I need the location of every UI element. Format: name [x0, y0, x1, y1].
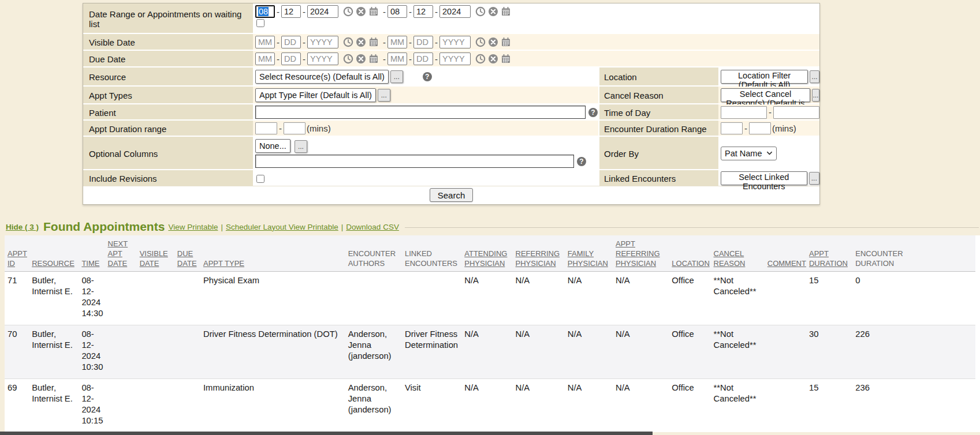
column-header-appt-referring-physician[interactable]: APPT REFERRING PHYSICIAN	[616, 235, 672, 272]
appt-duration-range-label: Appt Duration range	[83, 121, 253, 136]
clock-icon[interactable]	[475, 37, 486, 47]
column-header-referring-physician[interactable]: REFERRING PHYSICIAN	[516, 235, 568, 272]
visible-date-end-month-input[interactable]	[387, 36, 407, 48]
patient-help-icon[interactable]	[588, 108, 598, 117]
location-filter-button[interactable]: Location Filter (Default is All)	[721, 70, 808, 84]
column-header-appt-type[interactable]: APPT TYPE	[203, 235, 348, 272]
date-separator: -	[435, 38, 438, 47]
scheduler-layout-view-printable-link[interactable]: Scheduler Layout View Printable	[226, 223, 338, 231]
column-header-time[interactable]: TIME	[81, 235, 107, 272]
resource-more-button[interactable]: ...	[390, 70, 403, 83]
date-range-end-day-input[interactable]	[413, 5, 433, 18]
calendar-icon[interactable]	[368, 37, 379, 47]
cell-resource: Butler, Internist E.	[32, 272, 81, 325]
clock-icon[interactable]	[343, 6, 353, 17]
resource-filter-button[interactable]: Select Resource(s) (Default is All)	[255, 70, 389, 84]
clear-date-icon[interactable]	[356, 54, 366, 64]
cell-cancel-reason: **Not Canceled**	[714, 272, 767, 325]
visible-date-end-year-input[interactable]	[439, 36, 471, 48]
cell-appt-type: Driver Fitness Determination (DOT)	[203, 325, 348, 379]
clock-icon[interactable]	[343, 54, 353, 64]
due-date-end-year-input[interactable]	[439, 52, 471, 65]
column-header-cancel-reason[interactable]: CANCEL REASON	[714, 235, 767, 272]
cancel-reason-more-button[interactable]: ...	[812, 89, 819, 102]
location-more-button[interactable]: ...	[810, 70, 819, 83]
order-by-select[interactable]: Pat Name	[721, 147, 777, 160]
date-range-end-year-input[interactable]	[439, 5, 471, 18]
column-header-next-apt-date[interactable]: NEXT APT DATE	[108, 235, 140, 272]
appt-type-filter-button[interactable]: Appt Type Filter (Default is All)	[255, 88, 376, 102]
clock-icon[interactable]	[343, 37, 353, 47]
optional-columns-button[interactable]: None...	[255, 139, 290, 153]
view-printable-link[interactable]: View Printable	[168, 223, 218, 231]
optional-columns-input[interactable]	[255, 155, 574, 168]
waiting-list-checkbox[interactable]	[256, 19, 264, 27]
cell-visible-date	[140, 272, 177, 325]
range-separator: -	[383, 38, 386, 47]
clear-date-icon[interactable]	[488, 37, 498, 47]
patient-input[interactable]	[255, 106, 586, 119]
column-header-encounter-duration: ENCOUNTER DURATION	[855, 235, 975, 272]
linked-encounters-button[interactable]: Select Linked Encounters	[721, 171, 807, 185]
date-range-start-year-input[interactable]	[307, 5, 338, 18]
cell-resource: Butler, Internist E.	[32, 325, 81, 379]
date-separator: -	[435, 7, 438, 17]
visible-date-start-year-input[interactable]	[307, 36, 338, 48]
visible-date-end-day-input[interactable]	[413, 36, 433, 48]
table-row: 71Butler, Internist E.08-12-2024 14:30Ph…	[5, 272, 975, 325]
download-csv-link[interactable]: Download CSV	[346, 223, 399, 231]
due-date-start-day-input[interactable]	[281, 52, 301, 65]
clock-icon[interactable]	[475, 6, 486, 17]
date-range-end-month-input[interactable]	[387, 5, 407, 18]
column-header-appt-duration[interactable]: APPT DURATION	[809, 235, 855, 272]
calendar-icon[interactable]	[368, 6, 379, 17]
optional-columns-more-button[interactable]: ...	[295, 140, 307, 153]
appt-duration-min-input[interactable]	[255, 122, 277, 134]
date-range-start-day-input[interactable]	[281, 5, 301, 18]
include-revisions-checkbox[interactable]	[256, 175, 264, 183]
resource-help-icon[interactable]	[423, 72, 432, 81]
search-button[interactable]: Search	[430, 188, 474, 202]
appt-duration-max-input[interactable]	[284, 122, 305, 134]
column-header-appt-id[interactable]: APPT ID	[5, 235, 32, 272]
column-header-comment[interactable]: COMMENT	[767, 235, 809, 272]
time-of-day-start-input[interactable]	[721, 106, 767, 119]
clear-date-icon[interactable]	[356, 37, 366, 47]
cell-due-date	[177, 379, 203, 433]
clear-date-icon[interactable]	[488, 54, 498, 64]
clear-date-icon[interactable]	[488, 6, 498, 17]
due-date-end-day-input[interactable]	[413, 52, 433, 65]
horizontal-scrollbar[interactable]	[0, 432, 653, 435]
cell-appt-referring-physician: N/A	[616, 272, 672, 325]
visible-date-start-day-input[interactable]	[281, 36, 301, 48]
optional-columns-help-icon[interactable]	[577, 157, 586, 166]
date-range-start-month-input[interactable]: 08	[255, 5, 275, 18]
due-date-end-month-input[interactable]	[387, 52, 407, 65]
linked-encounters-more-button[interactable]: ...	[809, 172, 819, 185]
calendar-icon[interactable]	[501, 37, 511, 47]
time-of-day-end-input[interactable]	[773, 106, 819, 119]
cell-due-date	[177, 272, 203, 325]
due-date-start-month-input[interactable]	[255, 52, 275, 65]
column-header-family-physician[interactable]: FAMILY PHYSICIAN	[568, 235, 616, 272]
clear-date-icon[interactable]	[356, 6, 366, 17]
calendar-icon[interactable]	[501, 6, 511, 17]
calendar-icon[interactable]	[368, 54, 379, 64]
column-header-resource[interactable]: RESOURCE	[32, 235, 81, 272]
optional-columns-label: Optional Columns	[83, 137, 253, 169]
due-date-start-year-input[interactable]	[307, 52, 338, 65]
appt-type-more-button[interactable]: ...	[378, 89, 390, 102]
encounter-duration-max-input[interactable]	[749, 122, 771, 134]
encounter-duration-min-input[interactable]	[721, 122, 743, 134]
visible-date-start-month-input[interactable]	[255, 36, 275, 48]
calendar-icon[interactable]	[501, 54, 511, 64]
cell-cancel-reason: **Not Canceled**	[714, 325, 767, 379]
cell-comment	[767, 272, 809, 325]
column-header-attending-physician[interactable]: ATTENDING PHYSICIAN	[464, 235, 515, 272]
column-header-location[interactable]: LOCATION	[672, 235, 713, 272]
hide-results-link[interactable]: Hide ( 3 )	[6, 223, 39, 231]
column-header-due-date[interactable]: DUE DATE	[177, 235, 203, 272]
cancel-reason-filter-button[interactable]: Select Cancel Reason(s) (Default is All)	[721, 88, 810, 102]
clock-icon[interactable]	[475, 54, 486, 64]
column-header-visible-date[interactable]: VISIBLE DATE	[140, 235, 177, 272]
